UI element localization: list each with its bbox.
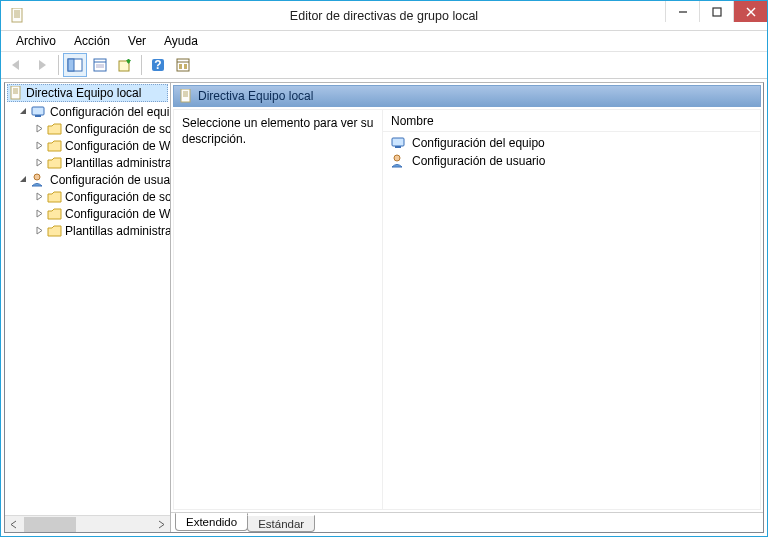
show-hide-tree-button[interactable] <box>63 53 87 77</box>
folder-icon <box>47 157 62 169</box>
close-button[interactable] <box>733 1 767 22</box>
toolbar-separator <box>58 55 59 75</box>
export-button[interactable] <box>113 53 137 77</box>
column-nombre[interactable]: Nombre <box>391 112 760 130</box>
svg-point-36 <box>394 155 400 161</box>
tree-group-user[interactable]: Configuración de usuario <box>5 171 170 188</box>
tab-estandar[interactable]: Estándar <box>247 515 315 532</box>
policy-icon <box>180 89 192 103</box>
svg-rect-6 <box>713 8 721 16</box>
details-heading-text: Directiva Equipo local <box>198 89 313 103</box>
minimize-button[interactable] <box>665 1 699 22</box>
horizontal-scrollbar[interactable] <box>5 515 170 532</box>
expander-closed-icon[interactable] <box>35 141 44 150</box>
description-text: Seleccione un elemento para ver su descr… <box>182 116 373 146</box>
policy-icon <box>10 86 22 100</box>
folder-icon <box>47 123 62 135</box>
svg-text:?: ? <box>154 58 161 72</box>
description-area: Seleccione un elemento para ver su descr… <box>174 110 382 509</box>
forward-button <box>30 53 54 77</box>
tree-label: Configuración de software <box>65 190 170 204</box>
details-body: Seleccione un elemento para ver su descr… <box>173 109 761 510</box>
back-button <box>5 53 29 77</box>
titlebar: Editor de directivas de grupo local <box>1 1 767 31</box>
menu-accion[interactable]: Acción <box>65 32 119 51</box>
scroll-thumb[interactable] <box>24 517 76 532</box>
tree-label: Configuración de Windows <box>65 139 170 153</box>
toolbar-separator <box>141 55 142 75</box>
filter-button[interactable] <box>171 53 195 77</box>
tree-pane: Directiva Equipo local Configuración del… <box>5 83 171 532</box>
details-heading: Directiva Equipo local <box>173 85 761 107</box>
help-button[interactable]: ? <box>146 53 170 77</box>
svg-rect-28 <box>35 115 41 117</box>
toolbar: ? <box>1 52 767 79</box>
tree-item[interactable]: Plantillas administrativas <box>5 222 170 239</box>
window-buttons <box>665 1 767 22</box>
list-area: Nombre Configuración del equipo Configur… <box>382 110 760 509</box>
tree-group-computer[interactable]: Configuración del equipo <box>5 103 170 120</box>
tree-root-item[interactable]: Directiva Equipo local <box>7 84 168 102</box>
list-item[interactable]: Configuración del equipo <box>387 134 756 152</box>
svg-rect-21 <box>179 64 182 69</box>
svg-rect-19 <box>177 59 189 71</box>
expander-closed-icon[interactable] <box>35 158 44 167</box>
list-item-label: Configuración del equipo <box>412 136 545 150</box>
computer-icon <box>391 136 407 150</box>
tree-label: Configuración de usuario <box>50 173 170 187</box>
list-item[interactable]: Configuración de usuario <box>387 152 756 170</box>
tree: Directiva Equipo local Configuración del… <box>5 83 170 515</box>
column-headers: Nombre <box>383 110 760 132</box>
menu-archivo[interactable]: Archivo <box>7 32 65 51</box>
svg-rect-27 <box>32 107 44 115</box>
tree-item[interactable]: Configuración de software <box>5 188 170 205</box>
gpedit-window: Editor de directivas de grupo local Arch… <box>0 0 768 537</box>
user-icon <box>31 173 47 187</box>
expander-closed-icon[interactable] <box>35 226 44 235</box>
maximize-button[interactable] <box>699 1 733 22</box>
menu-ayuda[interactable]: Ayuda <box>155 32 207 51</box>
properties-button[interactable] <box>88 53 112 77</box>
tab-extendido[interactable]: Extendido <box>175 513 248 531</box>
computer-icon <box>31 105 47 119</box>
folder-icon <box>47 191 62 203</box>
window-title: Editor de directivas de grupo local <box>1 9 767 23</box>
client-area: Directiva Equipo local Configuración del… <box>4 82 764 533</box>
menubar: Archivo Acción Ver Ayuda <box>1 31 767 52</box>
tree-label: Configuración de software <box>65 122 170 136</box>
item-list: Configuración del equipo Configuración d… <box>383 132 760 172</box>
expander-closed-icon[interactable] <box>35 209 44 218</box>
tree-root-label: Directiva Equipo local <box>26 86 141 100</box>
tree-item[interactable]: Plantillas administrativas <box>5 154 170 171</box>
folder-icon <box>47 140 62 152</box>
expander-closed-icon[interactable] <box>35 124 44 133</box>
list-item-label: Configuración de usuario <box>412 154 545 168</box>
tab-strip: Extendido Estándar <box>171 512 763 532</box>
scroll-left-icon[interactable] <box>5 516 22 533</box>
folder-icon <box>47 225 62 237</box>
svg-rect-34 <box>392 138 404 146</box>
expander-closed-icon[interactable] <box>35 192 44 201</box>
expander-open-icon[interactable] <box>19 175 28 184</box>
svg-rect-22 <box>184 64 187 69</box>
svg-rect-10 <box>68 59 74 71</box>
tree-item[interactable]: Configuración de Windows <box>5 205 170 222</box>
tree-item[interactable]: Configuración de Windows <box>5 137 170 154</box>
expander-open-icon[interactable] <box>19 107 28 116</box>
scroll-right-icon[interactable] <box>153 516 170 533</box>
tree-label: Configuración de Windows <box>65 207 170 221</box>
tree-label: Plantillas administrativas <box>65 224 170 238</box>
tree-label: Plantillas administrativas <box>65 156 170 170</box>
menu-ver[interactable]: Ver <box>119 32 155 51</box>
svg-rect-35 <box>395 146 401 148</box>
folder-icon <box>47 208 62 220</box>
tree-item[interactable]: Configuración de software <box>5 120 170 137</box>
svg-point-29 <box>34 174 40 180</box>
details-pane: Directiva Equipo local Seleccione un ele… <box>171 83 763 532</box>
user-icon <box>391 154 407 168</box>
tree-label: Configuración del equipo <box>50 105 170 119</box>
